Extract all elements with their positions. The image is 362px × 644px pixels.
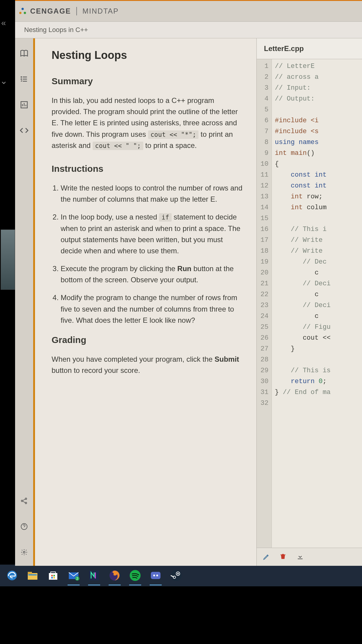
download-icon[interactable] (297, 553, 304, 561)
grading-post: button to record your score. (52, 366, 140, 374)
svg-point-10 (23, 551, 25, 553)
step-2: In the loop body, use a nested if statem… (61, 211, 244, 256)
svg-point-4 (21, 79, 22, 79)
svg-text:2: 2 (76, 577, 78, 580)
cengage-logo: CENGAGE (18, 7, 71, 16)
svg-rect-14 (28, 574, 37, 575)
chevron-down-icon[interactable]: ⌄ (0, 75, 8, 86)
discord-icon[interactable] (150, 569, 162, 582)
svg-rect-19 (53, 577, 55, 578)
summary-post: to print a space. (145, 141, 197, 149)
store-icon[interactable] (47, 569, 59, 582)
svg-point-0 (21, 8, 24, 10)
app-n-icon[interactable] (88, 569, 100, 582)
background-window-thumb (1, 229, 15, 290)
product-text: MINDTAP (82, 7, 119, 15)
step-3-pre: Execute the program by clicking the (61, 264, 177, 273)
step-4: Modify the program to change the number … (61, 292, 244, 326)
file-tab[interactable]: LetterE.cpp (257, 38, 362, 59)
code-editor: LetterE.cpp 1234567891011121314151617181… (256, 38, 362, 566)
collapse-icon[interactable]: « (1, 18, 6, 28)
app-header: CENGAGE MINDTAP (15, 1, 362, 21)
instructions-list: Write the nested loops to control the nu… (52, 182, 244, 326)
svg-rect-13 (28, 572, 32, 574)
file-explorer-icon[interactable] (27, 569, 39, 582)
step-3-bold: Run (177, 264, 192, 273)
code-cout-star: cout << "*"; (148, 130, 199, 139)
list-icon[interactable] (20, 75, 29, 84)
summary-heading: Summary (52, 76, 244, 86)
code-area[interactable]: 1234567891011121314151617181920212223242… (257, 59, 362, 548)
svg-point-27 (153, 575, 155, 576)
grading-pre: When you have completed your program, cl… (52, 355, 214, 363)
below-screen (0, 586, 362, 644)
mail-icon[interactable]: 2 (68, 569, 80, 582)
instructions-panel: Nesting Loops Summary In this lab, you a… (33, 38, 256, 566)
step-2-pre: In the loop body, use a nested (61, 213, 159, 221)
grading-heading: Grading (52, 335, 244, 345)
step-3: Execute the program by clicking the Run … (61, 263, 244, 285)
windows-taskbar: 2 (0, 565, 362, 586)
grading-bold: Submit (214, 355, 239, 363)
svg-point-2 (24, 12, 26, 14)
instructions-heading: Instructions (52, 164, 244, 174)
share-icon[interactable] (20, 496, 29, 505)
divider (76, 7, 77, 15)
editor-toolbar (257, 548, 362, 566)
left-sidebar (15, 38, 33, 566)
code-cout-space: cout << " "; (93, 142, 143, 150)
chart-icon[interactable] (20, 100, 29, 109)
code-lines[interactable]: // LetterE// across a// Input:// Output:… (272, 59, 331, 548)
svg-point-28 (156, 575, 158, 576)
summary-text: In this lab, you add nested loops to a C… (52, 95, 244, 151)
logo-icon (18, 7, 27, 16)
svg-rect-26 (151, 572, 160, 579)
step-1: Write the nested loops to control the nu… (61, 182, 244, 205)
svg-rect-15 (49, 573, 57, 580)
gear-icon[interactable] (20, 548, 29, 557)
edit-icon[interactable] (263, 553, 271, 561)
svg-point-29 (171, 570, 182, 581)
grading-text: When you have completed your program, cl… (52, 354, 244, 376)
page-title: Nesting Loops (52, 49, 244, 62)
steam-icon[interactable] (170, 569, 182, 582)
code-icon[interactable] (20, 126, 29, 135)
edge-icon[interactable] (6, 569, 18, 582)
breadcrumb: Nesting Loops in C++ (15, 21, 362, 38)
svg-rect-16 (51, 575, 53, 576)
svg-rect-18 (51, 577, 53, 578)
line-numbers: 1234567891011121314151617181920212223242… (257, 59, 272, 548)
trash-icon[interactable] (280, 553, 287, 561)
code-if: if (159, 213, 171, 222)
svg-point-31 (177, 573, 179, 575)
svg-point-3 (21, 77, 22, 77)
brand-text: CENGAGE (30, 7, 71, 15)
spotify-icon[interactable] (129, 569, 141, 582)
book-icon[interactable] (20, 49, 29, 58)
firefox-icon[interactable] (109, 569, 121, 582)
help-icon[interactable] (20, 522, 29, 531)
svg-rect-17 (53, 575, 55, 576)
svg-point-1 (19, 12, 22, 14)
